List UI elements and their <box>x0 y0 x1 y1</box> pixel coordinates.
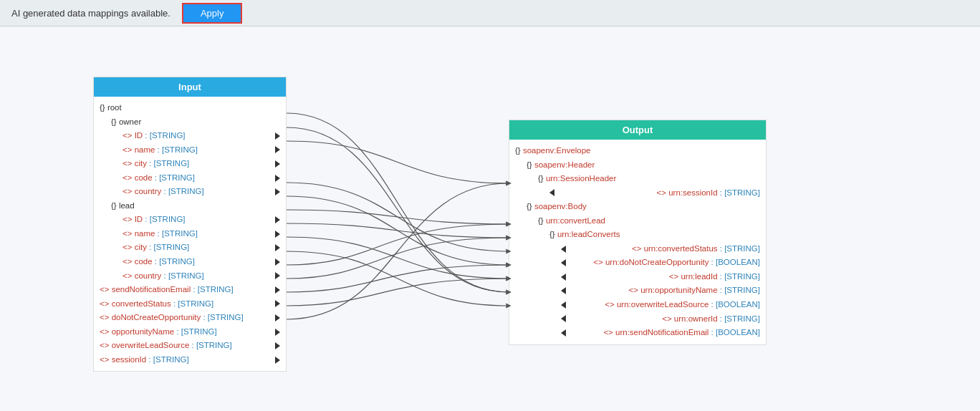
ai-message: AI generated data mappings available. <box>11 8 170 19</box>
input-panel-header: Input <box>94 77 286 97</box>
input-lead-id: <> ID : [STRING] <box>123 213 280 227</box>
input-owner-code: <> code : [STRING] <box>123 171 280 185</box>
arrow-owner-code <box>275 175 280 182</box>
input-owner: {} owner <box>111 115 280 130</box>
arrow-lead-name <box>275 231 280 238</box>
input-convertedStatus: <> convertedStatus : [STRING] <box>100 297 280 311</box>
arrow-overwriteLead <box>275 342 280 349</box>
input-sessionId: <> sessionId : [STRING] <box>100 353 280 367</box>
output-session-header: {} urn:SessionHeader <box>538 172 760 186</box>
output-overwriteLeadSource: <> urn:overwriteLeadSource : [BOOLEAN] <box>561 298 760 312</box>
arrow-owner-country <box>275 188 280 195</box>
output-body: {} soapenv:Body <box>527 200 760 214</box>
input-panel: Input {} root {} owner <> ID : [STRING] … <box>93 77 287 372</box>
output-envelope: {} soapenv:Envelope <box>515 144 760 158</box>
output-panel-header: Output <box>509 120 766 140</box>
arrow-owner-id <box>275 132 280 140</box>
output-panel-body: {} soapenv:Envelope {} soapenv:Header {}… <box>509 140 766 344</box>
input-overwriteLeadSource: <> overwriteLeadSource : [STRING] <box>100 339 280 353</box>
input-opportunityName: <> opportunityName : [STRING] <box>100 325 280 339</box>
output-panel: Output {} soapenv:Envelope {} soapenv:He… <box>509 120 767 345</box>
mapping-canvas: Input {} root {} owner <> ID : [STRING] … <box>0 26 980 411</box>
output-leadId: <> urn:leadId : [STRING] <box>561 270 760 284</box>
arrow-lead-country <box>275 272 280 279</box>
output-leadConverts: {} urn:leadConverts <box>549 228 760 242</box>
input-sendNotificationEmail: <> sendNotificationEmail : [STRING] <box>100 283 280 297</box>
output-sessionId: <> urn:sessionId : [STRING] <box>549 186 760 200</box>
arrow-lead-city <box>275 244 280 251</box>
input-root: {} root <box>100 101 280 115</box>
input-lead: {} lead <box>111 199 280 213</box>
arrow-convertedStatus <box>275 300 280 307</box>
arrow-sessionId <box>275 357 280 364</box>
arrow-lead-code <box>275 258 280 266</box>
arrow-lead-id <box>275 216 280 223</box>
arrow-owner-city <box>275 160 280 168</box>
arrow-sendNotif <box>275 286 280 294</box>
input-owner-city: <> city : [STRING] <box>123 157 280 171</box>
input-lead-country: <> country : [STRING] <box>123 269 280 284</box>
output-header-node: {} soapenv:Header <box>527 158 760 173</box>
input-owner-country: <> country : [STRING] <box>123 185 280 199</box>
arrow-owner-name <box>275 146 280 153</box>
input-owner-name: <> name : [STRING] <box>123 143 280 158</box>
input-doNotCreateOpportunity: <> doNotCreateOpportunity : [STRING] <box>100 311 280 325</box>
input-panel-body: {} root {} owner <> ID : [STRING] <> nam… <box>94 97 286 371</box>
output-convertedStatus: <> urn:convertedStatus : [STRING] <box>561 242 760 256</box>
output-ownerId: <> urn:ownerId : [STRING] <box>561 312 760 327</box>
output-doNotCreateOpportunity: <> urn:doNotCreateOpportunity : [BOOLEAN… <box>561 256 760 270</box>
apply-button[interactable]: Apply <box>182 3 243 24</box>
input-lead-name: <> name : [STRING] <box>123 227 280 241</box>
output-opportunityName: <> urn:opportunityName : [STRING] <box>561 284 760 298</box>
arrow-doNotCreate <box>275 314 280 321</box>
top-bar: AI generated data mappings available. Ap… <box>0 0 980 26</box>
input-owner-id: <> ID : [STRING] <box>123 129 280 143</box>
arrow-opportunityName <box>275 329 280 336</box>
output-sendNotificationEmail: <> urn:sendNotificationEmail : [BOOLEAN] <box>561 326 760 340</box>
input-lead-code: <> code : [STRING] <box>123 255 280 269</box>
input-lead-city: <> city : [STRING] <box>123 241 280 255</box>
output-convertLead: {} urn:convertLead <box>538 214 760 228</box>
